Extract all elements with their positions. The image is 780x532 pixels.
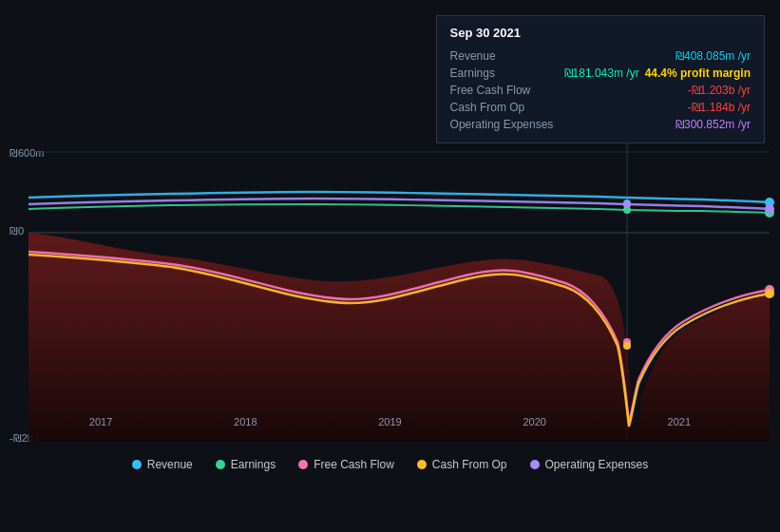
legend: Revenue Earnings Free Cash Flow Cash Fro…: [0, 458, 780, 471]
svg-point-7: [765, 289, 774, 298]
legend-dot-cfo: [417, 460, 427, 469]
legend-item-opex[interactable]: Operating Expenses: [530, 458, 649, 471]
legend-label-opex: Operating Expenses: [545, 458, 649, 471]
tooltip-label-cfo: Cash From Op: [450, 101, 564, 114]
tooltip-label-earnings: Earnings: [450, 66, 564, 80]
tooltip-value-earnings: ₪181.043m /yr: [564, 66, 639, 80]
tooltip-row-revenue: Revenue ₪408.085m /yr: [450, 48, 751, 65]
svg-point-13: [623, 200, 631, 208]
x-label-2021: 2021: [668, 416, 691, 428]
legend-item-earnings[interactable]: Earnings: [216, 458, 276, 471]
legend-label-fcf: Free Cash Flow: [314, 458, 394, 471]
tooltip-date: Sep 30 2021: [450, 26, 751, 40]
chart-container: ₪600m ₪0 -₪2b: [0, 0, 780, 484]
legend-dot-earnings: [216, 460, 225, 469]
legend-label-earnings: Earnings: [231, 458, 276, 471]
x-label-2020: 2020: [523, 416, 545, 428]
legend-dot-fcf: [298, 460, 308, 469]
profit-margin: 44.4% profit margin: [645, 66, 751, 80]
legend-label-revenue: Revenue: [147, 458, 193, 471]
legend-item-revenue[interactable]: Revenue: [132, 458, 193, 471]
legend-dot-revenue: [132, 460, 142, 469]
x-axis: 2017 2018 2019 2020 2021: [0, 416, 780, 428]
tooltip-label-opex: Operating Expenses: [450, 118, 564, 131]
tooltip-row-fcf: Free Cash Flow -₪1.203b /yr: [450, 82, 751, 99]
svg-point-12: [623, 342, 631, 350]
tooltip-row-earnings: Earnings ₪181.043m /yr 44.4% profit marg…: [450, 65, 751, 82]
tooltip-value-opex: ₪300.852m /yr: [675, 118, 751, 131]
svg-point-8: [765, 204, 774, 214]
legend-item-cfo[interactable]: Cash From Op: [417, 458, 507, 471]
tooltip-value-revenue: ₪408.085m /yr: [675, 49, 751, 63]
legend-item-fcf[interactable]: Free Cash Flow: [298, 458, 394, 471]
x-label-2017: 2017: [89, 416, 112, 428]
tooltip-value-fcf: -₪1.203b /yr: [688, 84, 751, 97]
tooltip: Sep 30 2021 Revenue ₪408.085m /yr Earnin…: [436, 15, 765, 143]
legend-dot-opex: [530, 460, 540, 469]
legend-label-cfo: Cash From Op: [432, 458, 507, 471]
tooltip-label-fcf: Free Cash Flow: [450, 84, 564, 97]
tooltip-label-revenue: Revenue: [450, 49, 564, 63]
tooltip-row-opex: Operating Expenses ₪300.852m /yr: [450, 116, 751, 133]
tooltip-value-cfo: -₪1.184b /yr: [688, 101, 751, 114]
x-label-2018: 2018: [234, 416, 257, 428]
tooltip-row-cfo: Cash From Op -₪1.184b /yr: [450, 99, 751, 116]
x-label-2019: 2019: [378, 416, 401, 428]
